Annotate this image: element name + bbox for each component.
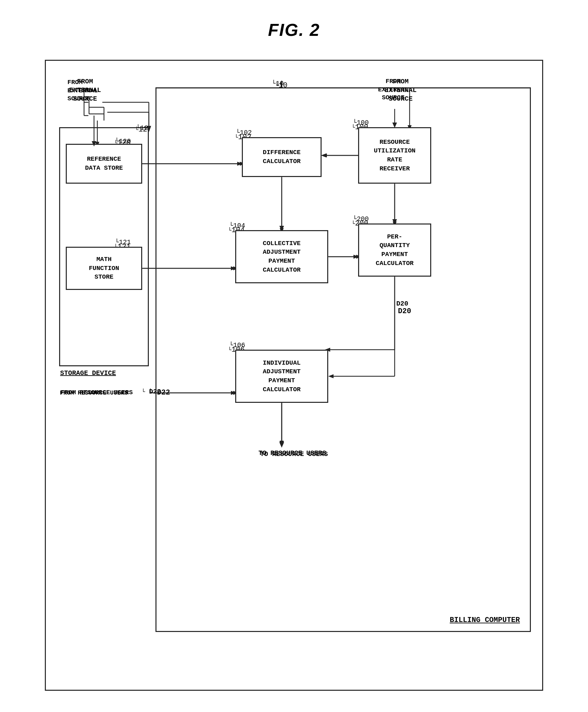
- diagram-container: FROMEXTERNALSOURCE FROMEXTERNALSOURCE └1…: [45, 60, 543, 691]
- billing-computer-box: BILLING COMPUTER: [155, 87, 531, 632]
- resource-utilization-rate-receiver-label: RESOURCEUTILIZATIONRATERECEIVER: [374, 138, 415, 173]
- per-quantity-payment-calculator-label: PER-QUANTITYPAYMENTCALCULATOR: [376, 233, 414, 268]
- reference-data-store-box: REFERENCEDATA STORE: [66, 144, 142, 184]
- from-resource-users-text: FROM RESOURCE USERS: [60, 390, 128, 396]
- difference-calculator-label: DIFFERENCECALCULATOR: [263, 148, 301, 166]
- from-external-right-text: FROMEXTERNALSOURCE: [378, 78, 408, 102]
- per-quantity-payment-calculator-box: PER-QUANTITYPAYMENTCALCULATOR: [358, 223, 431, 277]
- page-title: FIG. 2: [268, 20, 320, 40]
- math-function-store-label: MATHFUNCTIONSTORE: [89, 255, 119, 282]
- reference-data-store-label: REFERENCEDATA STORE: [85, 155, 123, 172]
- math-function-store-box: MATHFUNCTIONSTORE: [66, 247, 142, 290]
- storage-device-label: STORAGE DEVICE: [60, 369, 116, 377]
- individual-adjustment-payment-calculator-label: INDIVIDUALADJUSTMENTPAYMENTCALCULATOR: [263, 359, 301, 394]
- billing-computer-label: BILLING COMPUTER: [450, 616, 520, 624]
- ref-d20: D20: [396, 300, 408, 307]
- difference-calculator-box: DIFFERENCECALCULATOR: [242, 137, 321, 177]
- ref-d22: └ D22: [142, 388, 161, 395]
- from-external-left-text: FROMEXTERNALSOURCE: [67, 78, 98, 103]
- collective-adjustment-payment-calculator-box: COLLECTIVEADJUSTMENTPAYMENTCALCULATOR: [235, 230, 328, 283]
- collective-adjustment-payment-calculator-label: COLLECTIVEADJUSTMENTPAYMENTCALCULATOR: [263, 239, 301, 274]
- to-resource-users-label: TO RESOURCE USERS: [258, 449, 326, 457]
- individual-adjustment-payment-calculator-box: INDIVIDUALADJUSTMENTPAYMENTCALCULATOR: [235, 350, 328, 403]
- resource-utilization-rate-receiver-box: RESOURCEUTILIZATIONRATERECEIVER: [358, 127, 431, 184]
